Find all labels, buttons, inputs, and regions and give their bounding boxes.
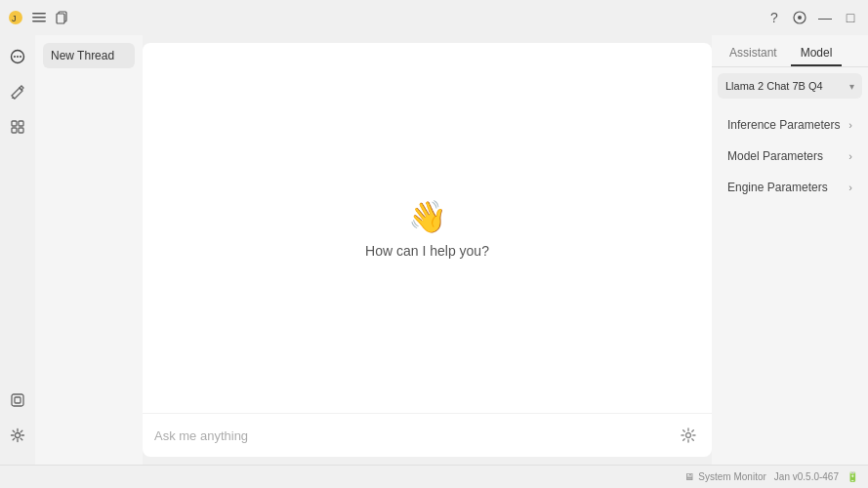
status-bar: 🖥 System Monitor Jan v0.5.0-467 🔋 — [0, 465, 868, 488]
svg-point-12 — [20, 56, 21, 58]
title-bar-right: ? — □ — [765, 8, 860, 27]
layers-nav-icon[interactable] — [4, 386, 31, 414]
right-panel-content: Inference Parameters › Model Parameters … — [712, 102, 868, 210]
system-monitor-icon: 🖥 — [684, 471, 694, 482]
svg-point-8 — [798, 16, 802, 20]
help-icon[interactable]: ? — [765, 8, 784, 27]
model-selector[interactable]: Llama 2 Chat 7B Q4 ▾ — [718, 73, 862, 99]
svg-rect-15 — [19, 121, 23, 126]
welcome-text: How can I help you? — [365, 243, 489, 259]
thread-item[interactable]: New Thread — [43, 43, 135, 68]
tab-model[interactable]: Model — [791, 41, 843, 66]
battery-icon: 🔋 — [847, 471, 858, 482]
thread-panel: New Thread — [35, 35, 143, 465]
svg-rect-19 — [15, 397, 21, 403]
version-label: Jan v0.5.0-467 — [774, 471, 839, 482]
chat-input-area — [143, 413, 712, 457]
chevron-down-icon: ▾ — [849, 81, 854, 92]
minimize-button[interactable]: — — [815, 8, 835, 27]
svg-rect-14 — [12, 121, 17, 126]
system-monitor-label: System Monitor — [698, 471, 765, 482]
svg-rect-18 — [12, 394, 23, 406]
engine-parameters-label: Engine Parameters — [727, 181, 828, 194]
chat-messages: 👋 How can I help you? — [143, 43, 712, 413]
title-bar: J ? — □ — [0, 0, 868, 35]
copy-icon[interactable] — [55, 10, 70, 25]
icon-sidebar-bottom — [4, 386, 31, 457]
svg-point-10 — [14, 56, 16, 58]
svg-point-11 — [17, 56, 19, 58]
inference-parameters-section[interactable]: Inference Parameters › — [720, 110, 860, 140]
svg-point-21 — [686, 433, 691, 438]
model-parameters-label: Model Parameters — [727, 149, 823, 163]
svg-rect-17 — [19, 128, 23, 133]
chat-input[interactable] — [154, 428, 669, 443]
svg-rect-3 — [32, 17, 46, 19]
svg-point-20 — [16, 433, 21, 438]
model-selector-value: Llama 2 Chat 7B Q4 — [725, 80, 846, 92]
welcome-emoji: 👋 — [408, 198, 447, 235]
chat-nav-icon[interactable] — [4, 43, 31, 70]
system-monitor-item[interactable]: 🖥 System Monitor — [684, 471, 765, 482]
model-parameters-section[interactable]: Model Parameters › — [720, 142, 860, 171]
settings-nav-icon[interactable] — [4, 422, 31, 449]
app-icon: J — [8, 10, 23, 25]
svg-text:J: J — [12, 14, 17, 23]
svg-rect-6 — [57, 14, 64, 23]
edit-nav-icon[interactable] — [4, 78, 31, 105]
inference-chevron-icon: › — [848, 119, 852, 131]
right-panel: Assistant Model Llama 2 Chat 7B Q4 ▾ Inf… — [712, 35, 868, 465]
question-icon[interactable] — [790, 8, 809, 27]
chat-area: 👋 How can I help you? — [143, 43, 712, 457]
svg-rect-16 — [12, 128, 17, 133]
main-layout: New Thread 👋 How can I help you? Assista… — [0, 35, 868, 465]
right-panel-tabs: Assistant Model — [712, 35, 868, 67]
maximize-button[interactable]: □ — [841, 8, 860, 27]
engine-chevron-icon: › — [848, 182, 852, 193]
icon-sidebar — [0, 35, 35, 465]
model-chevron-icon: › — [848, 150, 852, 162]
hamburger-icon[interactable] — [31, 10, 47, 25]
tab-assistant[interactable]: Assistant — [720, 41, 787, 66]
inference-parameters-label: Inference Parameters — [727, 118, 840, 132]
chat-settings-icon[interactable] — [677, 424, 700, 447]
grid-nav-icon[interactable] — [4, 113, 31, 141]
engine-parameters-section[interactable]: Engine Parameters › — [720, 173, 860, 202]
svg-rect-2 — [32, 13, 46, 15]
title-bar-left: J — [8, 10, 70, 25]
svg-rect-4 — [32, 20, 46, 22]
